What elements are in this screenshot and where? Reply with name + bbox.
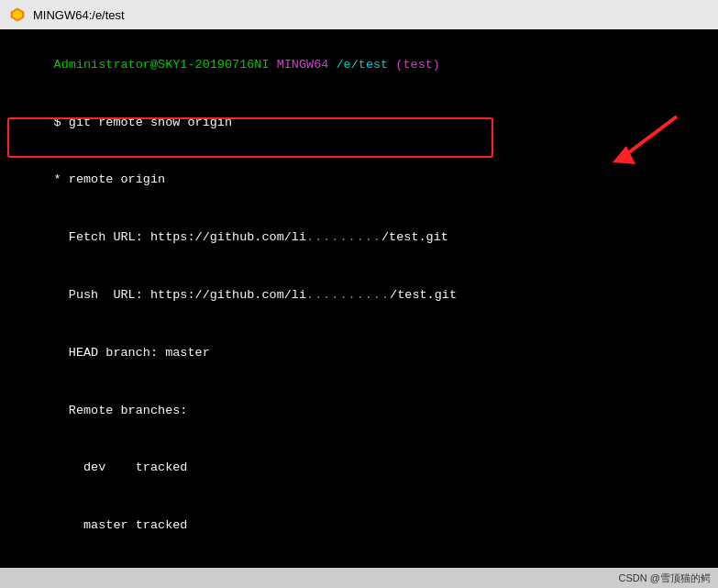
fetch-url-blur: ......... (306, 230, 381, 244)
prompt-user-1: Administrator@SKY1-20190716NI (54, 58, 270, 72)
prompt-branch-1: (test) (395, 58, 440, 72)
prompt-mingw-1: MINGW64 (277, 58, 329, 72)
svg-line-2 (622, 116, 677, 158)
prompt-path-1: /e/test (337, 58, 389, 72)
prompt-line-1: Administrator@SKY1-20190716NI MINGW64 /e… (9, 37, 709, 94)
terminal-body: Administrator@SKY1-20190716NI MINGW64 /e… (0, 29, 718, 568)
push-url-blur: .......... (306, 288, 390, 302)
fetch-url-line: Fetch URL: https://github.com/li........… (9, 209, 709, 267)
footer-bar: CSDN @雪顶猫的鳄 (0, 568, 718, 588)
title-bar: MINGW64:/e/test (0, 0, 718, 29)
remote-branches-header: Remote branches: (9, 383, 709, 440)
app-icon (9, 6, 26, 23)
window: MINGW64:/e/test Administrator@SKY1-20190… (0, 0, 718, 588)
watermark-text: CSDN @雪顶猫的鳄 (619, 571, 711, 585)
master-tracked-line: master tracked (9, 497, 709, 555)
head-branch-line: HEAD branch: master (9, 325, 709, 383)
window-title: MINGW64:/e/test (33, 8, 125, 22)
push-url-line: Push URL: https://github.com/li.........… (9, 267, 709, 325)
red-arrow (567, 107, 686, 181)
dev-tracked-line: dev tracked (9, 439, 709, 497)
point-tracked-line: point tracked (9, 555, 709, 568)
command-text: $ git remote show origin (54, 116, 232, 129)
